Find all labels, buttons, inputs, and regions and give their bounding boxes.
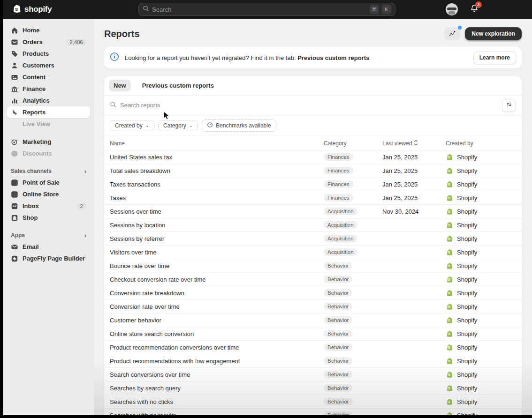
table-row-customer-behavior[interactable]: Customer behaviorBehaviorSShopify — [104, 314, 522, 327]
report-name[interactable]: Taxes transactions — [110, 181, 324, 188]
tab-new[interactable]: New — [109, 80, 131, 91]
report-name[interactable]: Online store search conversion — [110, 330, 324, 337]
sidebar-item-pagefly-page-builder[interactable]: PageFly Page Builder — [7, 253, 90, 264]
sort-button[interactable] — [502, 99, 516, 112]
learn-more-button[interactable]: Learn more — [473, 51, 516, 64]
info-icon — [110, 52, 119, 63]
report-name[interactable]: Product recommendations with low engagem… — [110, 358, 324, 365]
report-name[interactable]: Visitors over time — [110, 249, 324, 256]
sidebar-section-apps[interactable]: Apps› — [7, 230, 90, 241]
sidebar-item-products[interactable]: Products — [7, 48, 90, 60]
report-name[interactable]: Conversion rate over time — [110, 303, 324, 310]
svg-text:S: S — [448, 182, 450, 187]
icon-spacer — [11, 120, 18, 128]
shopify-logo[interactable]: S shopify — [12, 3, 52, 15]
shopify-bag-icon: S — [446, 208, 453, 215]
sidebar-item-shop[interactable]: Shop — [7, 212, 90, 224]
sidebar-item-point-of-sale[interactable]: Point of Sale — [7, 177, 90, 188]
created-by-cell: SShopify — [446, 167, 516, 174]
column-header-last-viewed[interactable]: Last viewed — [382, 140, 446, 147]
shop-icon — [11, 214, 18, 222]
table-row-checkout-conversion-rate-over-time[interactable]: Checkout conversion rate over timeBehavi… — [104, 273, 522, 286]
category-badge: Behavior — [324, 357, 352, 365]
sidebar-item-finance[interactable]: Finance — [7, 83, 90, 95]
sidebar-item-inbox[interactable]: Inbox2 — [7, 200, 90, 212]
table-row-searches-with-no-results[interactable]: Searches with no resultsBehaviorSShopify — [104, 409, 522, 415]
report-name[interactable]: Searches with no results — [110, 412, 324, 416]
category-badge: Behavior — [324, 316, 352, 324]
column-header-name: Name — [110, 140, 324, 147]
sidebar-item-live-view[interactable]: Live View — [7, 118, 90, 130]
filter-created-by[interactable]: Created by⌄ — [110, 120, 154, 131]
report-name[interactable]: Taxes — [110, 194, 324, 202]
store-avatar[interactable] — [446, 3, 458, 15]
filter-benchmarks-available[interactable]: Benchmarks available — [202, 119, 276, 132]
table-row-conversion-rate-over-time[interactable]: Conversion rate over timeBehaviorSShopif… — [104, 300, 522, 314]
tab-bar: New Previous custom reports — [104, 76, 522, 96]
report-name[interactable]: Sessions over time — [110, 208, 324, 215]
sidebar-item-customers[interactable]: Customers — [7, 60, 90, 71]
tab-previous-custom-reports[interactable]: Previous custom reports — [137, 80, 219, 91]
created-by-cell: SShopify — [446, 289, 516, 297]
sidebar-section-sales-channels[interactable]: Sales channels› — [7, 165, 90, 177]
report-name[interactable]: Product recommendation conversions over … — [110, 344, 324, 351]
sidebar-item-orders[interactable]: Orders2,406 — [7, 36, 90, 48]
report-name[interactable]: Search conversions over time — [110, 371, 324, 378]
sidebar-item-email[interactable]: Email — [7, 241, 90, 253]
table-row-conversion-rate-breakdown[interactable]: Conversion rate breakdownBehaviorSShopif… — [104, 286, 522, 300]
table-row-bounce-rate-over-time[interactable]: Bounce rate over timeBehaviorSShopify — [104, 259, 522, 273]
global-search-input[interactable] — [152, 6, 367, 13]
svg-text:S: S — [448, 318, 450, 322]
table-row-taxes-transactions[interactable]: Taxes transactionsFinancesJan 25, 2025SS… — [104, 178, 522, 191]
sidebar-item-content[interactable]: Content — [7, 71, 90, 83]
report-name[interactable]: Searches with no clicks — [110, 398, 324, 405]
page-title: Reports — [104, 29, 140, 39]
table-row-visitors-over-time[interactable]: Visitors over timeAcquisitionSShopify — [104, 246, 522, 259]
sidebar-item-online-store[interactable]: Online Store — [7, 188, 90, 200]
svg-text:S: S — [448, 386, 450, 390]
reports-search-input[interactable] — [120, 102, 498, 109]
table-row-searches-by-search-query[interactable]: Searches by search queryBehaviorSShopify — [104, 381, 522, 395]
report-name[interactable]: Checkout conversion rate over time — [110, 276, 324, 283]
report-name[interactable]: Bounce rate over time — [110, 262, 324, 269]
table-row-product-recommendations-with-low-engagement[interactable]: Product recommendations with low engagem… — [104, 354, 522, 368]
global-search-bar[interactable]: ⌘ K — [138, 3, 395, 16]
filter-category[interactable]: Category⌄ — [158, 120, 198, 131]
table-row-searches-with-no-clicks[interactable]: Searches with no clicksBehaviorSShopify — [104, 395, 522, 409]
exploration-insights-button[interactable] — [444, 27, 460, 40]
report-name[interactable]: Customer behavior — [110, 317, 324, 324]
table-row-united-states-sales-tax[interactable]: United States sales taxFinancesJan 25, 2… — [104, 150, 522, 164]
migration-info-banner: Looking for a report you haven't yet mig… — [104, 47, 522, 68]
report-name[interactable]: Sessions by referrer — [110, 235, 324, 242]
report-name[interactable]: Total sales breakdown — [110, 167, 324, 174]
created-by-cell: SShopify — [446, 398, 516, 405]
table-row-online-store-search-conversion[interactable]: Online store search conversionBehaviorSS… — [104, 327, 522, 341]
svg-text:S: S — [448, 223, 450, 227]
sidebar-item-discounts[interactable]: Discounts — [7, 148, 90, 159]
last-viewed-date: Jan 25, 2025 — [382, 167, 446, 174]
report-name[interactable]: Sessions by location — [110, 222, 324, 229]
table-row-product-recommendation-conversions-over-time[interactable]: Product recommendation conversions over … — [104, 341, 522, 354]
creator-name: Shopify — [457, 276, 477, 283]
table-row-sessions-by-location[interactable]: Sessions by locationAcquisitionSShopify — [104, 218, 522, 232]
table-row-total-sales-breakdown[interactable]: Total sales breakdownFinancesJan 25, 202… — [104, 164, 522, 178]
sidebar-item-reports[interactable]: Reports — [7, 106, 90, 118]
new-exploration-button[interactable]: New exploration — [465, 27, 522, 40]
created-by-cell: SShopify — [446, 330, 516, 337]
notifications-button[interactable]: 2 — [470, 4, 479, 15]
report-name[interactable]: Conversion rate breakdown — [110, 290, 324, 297]
report-name[interactable]: Searches by search query — [110, 385, 324, 392]
sidebar-item-home[interactable]: Home — [7, 24, 90, 36]
shopify-bag-icon: S — [446, 303, 453, 310]
report-name[interactable]: United States sales tax — [110, 154, 324, 161]
sidebar-item-label: Marketing — [23, 138, 51, 145]
table-row-search-conversions-over-time[interactable]: Search conversions over timeBehaviorSSho… — [104, 368, 522, 381]
category-badge: Behavior — [324, 303, 352, 310]
sidebar-item-marketing[interactable]: Marketing — [7, 136, 90, 148]
category-badge: Finances — [324, 180, 353, 188]
sidebar-item-analytics[interactable]: Analytics — [7, 95, 90, 106]
reports-card: New Previous custom reports — [104, 76, 522, 415]
table-row-sessions-over-time[interactable]: Sessions over timeAcquisitionNov 30, 202… — [104, 205, 522, 218]
table-row-sessions-by-referrer[interactable]: Sessions by referrerAcquisitionSShopify — [104, 232, 522, 246]
table-row-taxes[interactable]: TaxesFinancesJan 25, 2025SShopify — [104, 191, 522, 205]
